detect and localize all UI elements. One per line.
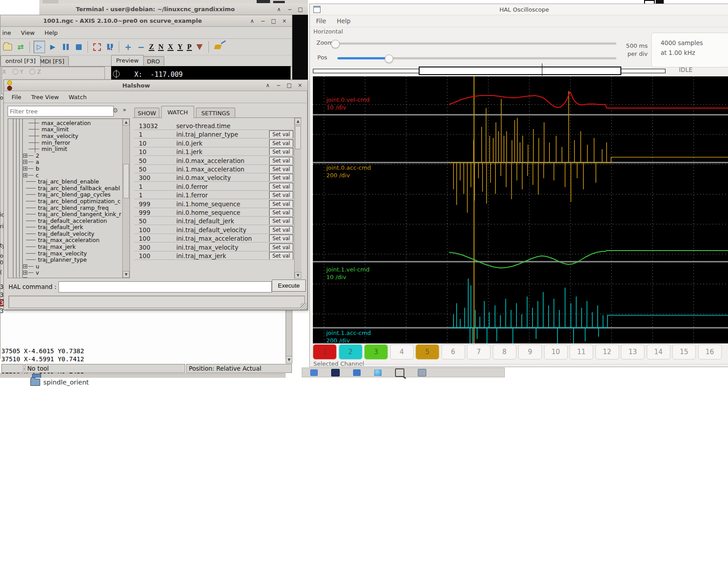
channel-button[interactable]: 5	[416, 344, 439, 359]
axis-radio-x[interactable]: X	[2, 68, 6, 75]
tree-item-label[interactable]: traj_default_velocity	[38, 230, 95, 237]
menu-item[interactable]: Tree View	[31, 94, 59, 100]
tree-item-label[interactable]: 2	[36, 152, 39, 159]
tree-item[interactable]: + traj_arc_blend_optimization_c	[8, 198, 123, 205]
filter-tree-input[interactable]	[8, 106, 114, 117]
tree-scrollbar[interactable]: ▲ ▼	[122, 119, 129, 278]
folder-app-icon[interactable]	[418, 369, 426, 376]
tree-item-label[interactable]: min_ferror	[42, 139, 70, 146]
scroll-down-arrow[interactable]: ▼	[295, 272, 301, 279]
zoom-in-icon[interactable]: +	[123, 41, 133, 53]
radio-icon[interactable]	[12, 69, 18, 75]
window-button[interactable]: ∧	[249, 18, 255, 24]
gcode-line[interactable]: 37510 X-4.5991 Y0.7412	[1, 355, 84, 363]
tree-item[interactable]: + traj_default_velocity	[8, 230, 123, 237]
channel-button[interactable]: 7	[467, 344, 491, 359]
scroll-thumb[interactable]	[123, 164, 129, 198]
set-value-button[interactable]: Set val	[269, 139, 293, 147]
tree-item[interactable]: + b	[8, 165, 123, 172]
tree-item[interactable]: + traj_arc_blend_enable	[8, 178, 123, 185]
stop-icon[interactable]	[73, 41, 84, 53]
menu-item[interactable]: ine	[2, 29, 11, 36]
tree-item[interactable]: + traj_arc_blend_ramp_freq	[8, 205, 123, 211]
window-button[interactable]: −	[275, 82, 282, 88]
tree-item-label[interactable]: a	[36, 159, 39, 165]
tree-item[interactable]: + traj_default_acceleration	[8, 217, 123, 224]
view-letter-icon[interactable]: Z	[149, 43, 154, 51]
tree-item-label[interactable]: traj_arc_blend_ramp_freq	[38, 205, 108, 211]
tree-item[interactable]: + traj_max_acceleration	[8, 237, 123, 244]
scope-display[interactable]: joint.0.vel-cmd 10 /div joint.0.acc-cmd …	[313, 76, 728, 343]
window-button[interactable]: −	[287, 6, 293, 13]
tree-item[interactable]: + 2	[8, 152, 123, 159]
execute-button[interactable]: Execute	[272, 280, 306, 292]
window-button[interactable]: □	[270, 18, 277, 24]
expander-icon[interactable]: +	[23, 173, 27, 177]
app-icon[interactable]	[353, 369, 361, 376]
tab-dro[interactable]: DRO	[142, 56, 164, 66]
tree-item[interactable]: + max_limit	[8, 126, 123, 133]
scroll-down-arrow[interactable]: ▼	[286, 356, 292, 363]
axis-radio-z[interactable]: Z	[29, 68, 41, 75]
folder-name[interactable]: spindle_orient	[43, 379, 89, 386]
tree-item-label[interactable]: traj_arc_blend_gap_cycles	[38, 191, 111, 198]
window-button[interactable]: □	[297, 6, 304, 13]
scroll-down-arrow[interactable]: ▼	[123, 271, 129, 278]
clear-plot-icon[interactable]	[212, 41, 223, 53]
tree-item-label[interactable]: v	[36, 269, 39, 276]
menu-item[interactable]: View	[21, 29, 35, 36]
channel-button[interactable]: 6	[441, 344, 465, 359]
set-value-button[interactable]: Set val	[269, 157, 293, 165]
set-value-button[interactable]: Set val	[269, 200, 293, 208]
tree-item-label[interactable]: traj_max_acceleration	[38, 237, 100, 243]
set-value-button[interactable]: Set val	[269, 183, 293, 191]
rotate-view-icon[interactable]	[194, 41, 205, 53]
tree-item-label[interactable]: b	[36, 165, 39, 172]
expander-icon[interactable]: +	[23, 271, 27, 275]
zoom-out-icon[interactable]: −	[136, 41, 146, 53]
window-button[interactable]: ∧	[276, 6, 282, 13]
scroll-up-arrow[interactable]: ▲	[295, 118, 301, 125]
skip-block-icon[interactable]	[92, 41, 102, 53]
gcode-scrollbar[interactable]: ▼	[286, 309, 292, 364]
axis-radio-y[interactable]: Y	[12, 68, 24, 75]
menu-item[interactable]: Help	[337, 17, 351, 25]
tree-item[interactable]: + c	[8, 172, 123, 179]
expander-icon[interactable]: +	[23, 264, 27, 268]
menu-item[interactable]: Watch	[69, 94, 87, 100]
tree-item[interactable]: + v	[8, 270, 123, 276]
set-value-button[interactable]: Set val	[269, 191, 293, 199]
tree-item[interactable]: + max_acceleration	[8, 120, 123, 126]
channel-button[interactable]: 3	[364, 344, 388, 359]
hal-tree-panel[interactable]: + max_acceleration + max_limit + max_vel…	[8, 118, 130, 278]
window-button[interactable]: ×	[281, 18, 287, 24]
tree-item-label[interactable]: traj_arc_blend_enable	[38, 178, 99, 185]
set-value-button[interactable]: Set val	[269, 130, 293, 138]
tab-preview[interactable]: Preview	[111, 55, 144, 66]
tree-item-label[interactable]: traj_arc_blend_fallback_enabl	[38, 185, 120, 192]
channel-button[interactable]: 14	[647, 344, 670, 359]
menu-item[interactable]: File	[12, 94, 21, 100]
tree-item[interactable]: + traj_default_jerk	[8, 224, 123, 231]
tree-item[interactable]: + traj_max_jerk	[8, 243, 123, 250]
file-manager-row[interactable]: spindle_orient	[0, 378, 286, 387]
tab-settings[interactable]: SETTINGS	[196, 108, 235, 118]
halshow-titlebar[interactable]: Halshow ∧−□×	[4, 80, 308, 91]
search-magnifier-icon[interactable]	[395, 368, 404, 377]
set-value-button[interactable]: Set val	[269, 226, 293, 234]
set-value-button[interactable]: Set val	[269, 217, 293, 225]
zoom-slider-track[interactable]	[333, 42, 616, 45]
expander-icon[interactable]: +	[23, 277, 27, 278]
tree-item-label[interactable]: traj_arc_blend_optimization_c	[38, 198, 121, 205]
tree-item[interactable]: + traj_arc_blend_tangent_kink_r	[8, 211, 123, 217]
tree-item-label[interactable]: traj_planner_type	[38, 256, 87, 263]
menu-item[interactable]: Help	[45, 29, 58, 36]
tree-item[interactable]: + traj_arc_blend_gap_cycles	[8, 192, 123, 198]
optional-stop-icon[interactable]: M1	[104, 41, 115, 53]
tab-watch[interactable]: WATCH	[161, 106, 194, 118]
window-button[interactable]: □	[286, 82, 292, 88]
hal-command-input[interactable]	[58, 281, 272, 293]
scope-titlebar[interactable]: HAL Oscilloscope	[310, 4, 728, 15]
open-file-icon[interactable]	[2, 41, 13, 53]
window-button[interactable]: ∧	[265, 82, 271, 88]
